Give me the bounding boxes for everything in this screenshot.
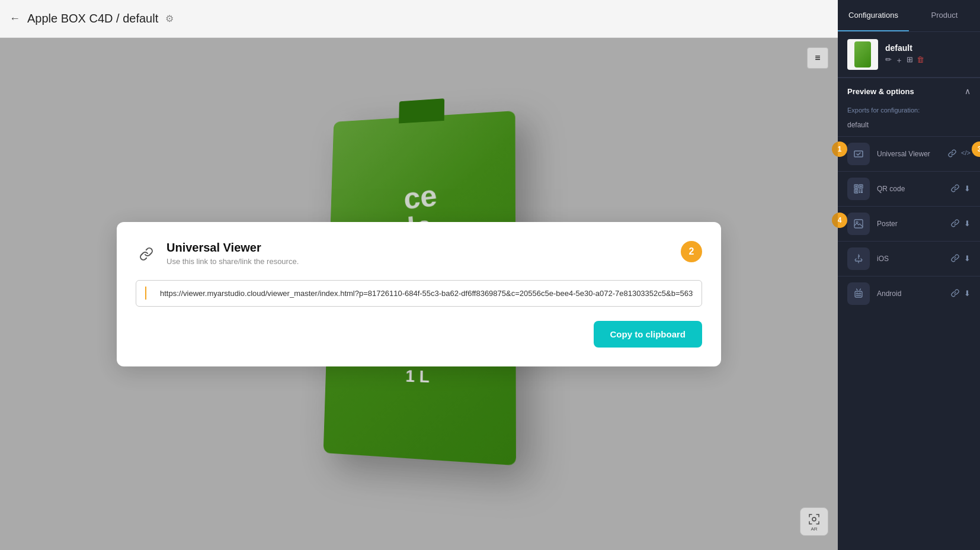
copy-to-clipboard-button[interactable]: Copy to clipboard — [594, 321, 703, 348]
ios-actions: ⬇ — [951, 254, 971, 264]
export-qr-code: QR code ⬇ — [838, 171, 980, 206]
qr-code-label: QR code — [877, 185, 944, 193]
back-button[interactable]: ← — [9, 12, 20, 25]
svg-rect-10 — [859, 191, 860, 193]
ios-icon — [847, 247, 870, 270]
tab-configurations[interactable]: Configurations — [838, 0, 909, 31]
svg-rect-9 — [861, 189, 863, 191]
export-universal-viewer: 1 Universal Viewer </> 3 — [838, 136, 980, 171]
poster-icon — [847, 213, 870, 235]
header: ← Apple BOX C4D / default ⚙ — [0, 0, 838, 38]
svg-rect-7 — [856, 191, 857, 192]
dialog-title-group: Universal Viewer Use this link to share/… — [166, 241, 671, 266]
preview-title: Preview & options — [847, 87, 914, 96]
settings-icon[interactable]: ⚙ — [165, 13, 174, 24]
dialog-overlay: Universal Viewer Use this link to share/… — [0, 38, 838, 550]
download-icon-android[interactable]: ⬇ — [964, 289, 971, 299]
right-panel: Configurations Product default ✏ ＋ ⊞ 🗑 P… — [838, 0, 980, 550]
export-android: Android ⬇ — [838, 276, 980, 311]
preview-header[interactable]: Preview & options ∧ — [838, 78, 980, 104]
download-icon-qr[interactable]: ⬇ — [964, 184, 971, 194]
link-icon-poster[interactable] — [951, 219, 959, 229]
link-icon-ios[interactable] — [951, 254, 959, 264]
universal-viewer-actions: </> — [948, 149, 971, 159]
main-area: ← Apple BOX C4D / default ⚙ ce le — [0, 0, 838, 550]
config-thumb-box — [854, 41, 871, 67]
code-icon-uv[interactable]: </> — [961, 149, 971, 159]
preview-chevron-icon: ∧ — [965, 86, 971, 96]
link-icon-qr[interactable] — [951, 184, 959, 194]
preview-section: Preview & options ∧ Exports for configur… — [838, 78, 980, 311]
tab-product[interactable]: Product — [909, 0, 980, 31]
svg-rect-5 — [856, 186, 857, 188]
download-icon-poster[interactable]: ⬇ — [964, 219, 971, 229]
export-poster: 4 Poster ⬇ — [838, 206, 980, 241]
svg-point-16 — [860, 292, 861, 294]
svg-point-15 — [857, 292, 858, 294]
svg-point-13 — [856, 221, 858, 223]
dialog-subtitle: Use this link to share/link the resource… — [166, 257, 671, 266]
universal-viewer-dialog: Universal Viewer Use this link to share/… — [117, 222, 721, 366]
exports-label: Exports for configuration: — [838, 104, 980, 118]
ios-label: iOS — [877, 255, 944, 263]
add-icon[interactable]: ＋ — [895, 55, 903, 66]
svg-rect-6 — [860, 186, 862, 188]
dialog-title: Universal Viewer — [166, 241, 671, 255]
page-title: Apple BOX C4D / default — [27, 12, 158, 25]
link-icon-uv[interactable] — [948, 149, 956, 159]
config-thumbnail — [847, 39, 878, 70]
android-actions: ⬇ — [951, 289, 971, 299]
link-icon-android[interactable] — [951, 289, 959, 299]
delete-icon[interactable]: 🗑 — [917, 55, 924, 66]
poster-label: Poster — [877, 220, 944, 228]
svg-rect-12 — [854, 220, 863, 228]
url-cursor — [145, 287, 146, 300]
dialog-header: Universal Viewer Use this link to share/… — [136, 241, 702, 266]
qr-code-icon — [847, 178, 870, 200]
android-label: Android — [877, 290, 944, 298]
svg-rect-11 — [861, 191, 863, 193]
android-icon — [847, 282, 870, 305]
qr-code-actions: ⬇ — [951, 184, 971, 194]
step-2-badge: 2 — [681, 241, 702, 262]
svg-rect-14 — [855, 291, 862, 297]
dialog-link-icon — [136, 243, 157, 265]
config-actions: ✏ ＋ ⊞ 🗑 — [885, 55, 924, 66]
universal-viewer-icon — [847, 143, 870, 165]
svg-rect-8 — [859, 189, 860, 191]
poster-actions: ⬇ — [951, 219, 971, 229]
url-input-wrapper — [136, 280, 702, 307]
download-icon-ios[interactable]: ⬇ — [964, 254, 971, 264]
viewer-area: ce le — [0, 38, 838, 550]
step-3-badge: 3 — [972, 141, 980, 157]
grid-icon[interactable]: ⊞ — [907, 55, 913, 66]
config-info: default ✏ ＋ ⊞ 🗑 — [885, 43, 924, 66]
export-ios: iOS ⬇ — [838, 241, 980, 276]
panel-tabs: Configurations Product — [838, 0, 980, 32]
url-input[interactable] — [136, 280, 702, 307]
config-item-default[interactable]: default ✏ ＋ ⊞ 🗑 — [838, 32, 980, 78]
universal-viewer-label: Universal Viewer — [877, 150, 941, 158]
exports-config-name: default — [838, 118, 980, 136]
edit-icon[interactable]: ✏ — [885, 55, 892, 66]
dialog-footer: Copy to clipboard — [136, 321, 702, 348]
config-name: default — [885, 43, 924, 53]
